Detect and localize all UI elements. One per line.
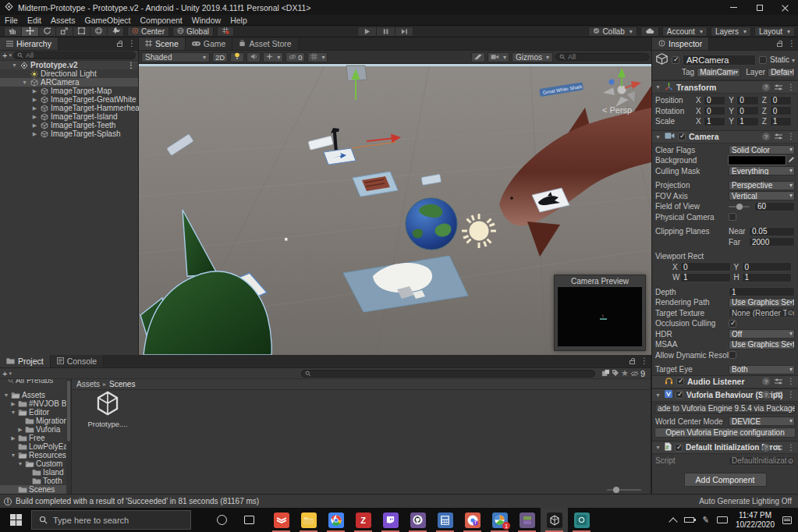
- folder-item-assets[interactable]: ▼Assets: [0, 391, 71, 399]
- menu-file[interactable]: File: [0, 16, 23, 25]
- panel-menu-icon[interactable]: ⋮: [640, 357, 648, 365]
- scale-y-field[interactable]: 1: [736, 117, 758, 126]
- scene-camera-dropdown[interactable]: [488, 52, 509, 62]
- taskbar-app-twitch[interactable]: [377, 508, 404, 532]
- hierarchy-search[interactable]: [13, 51, 136, 59]
- close-button[interactable]: [772, 0, 798, 15]
- tab-asset-store[interactable]: Asset Store: [232, 37, 298, 50]
- rotate-tool-button[interactable]: [38, 27, 55, 37]
- help-icon[interactable]: ?: [762, 83, 770, 91]
- move-tool-button[interactable]: [21, 27, 38, 37]
- expand-arrow-icon[interactable]: ▶: [31, 122, 38, 129]
- account-dropdown[interactable]: Account: [662, 27, 708, 37]
- favorites-star-icon[interactable]: ★: [621, 368, 629, 378]
- folder-item-migration[interactable]: Migration: [0, 417, 71, 425]
- static-dropdown[interactable]: Static: [770, 55, 795, 64]
- taskbar-clock[interactable]: 11:47 PM 10/22/2020: [736, 511, 775, 530]
- create-add-button[interactable]: +: [2, 51, 7, 59]
- panel-menu-icon[interactable]: ⋮: [788, 40, 796, 48]
- camera-component-header[interactable]: ▼ Camera ? ⋮: [652, 130, 798, 144]
- menu-gameobject[interactable]: GameObject: [80, 16, 136, 25]
- custom-tool-button[interactable]: [107, 27, 124, 37]
- near-field[interactable]: 0.05: [749, 227, 795, 236]
- space-mode-button[interactable]: Global: [172, 27, 214, 37]
- component-enabled-checkbox[interactable]: [676, 378, 684, 385]
- target-texture-object-field[interactable]: None (Render Textu: [729, 308, 795, 317]
- depth-field[interactable]: 1: [729, 287, 795, 296]
- taskbar-app-todoist[interactable]: [268, 508, 295, 532]
- expand-arrow-icon[interactable]: ▶: [31, 97, 38, 103]
- rotation-z-field[interactable]: 0: [770, 106, 792, 115]
- grid-snap-button[interactable]: [217, 27, 234, 37]
- scene-asset-item[interactable]: Prototype....: [83, 390, 133, 428]
- hidden-objects-button[interactable]: 0: [286, 52, 305, 62]
- folder-item-free[interactable]: ▶Free: [0, 434, 71, 442]
- add-component-button[interactable]: Add Component: [684, 473, 767, 487]
- active-checkbox[interactable]: [672, 56, 679, 64]
- expand-arrow-icon[interactable]: ▼: [3, 392, 9, 398]
- component-enabled-checkbox[interactable]: [676, 391, 683, 399]
- expand-arrow-icon[interactable]: ▶: [10, 435, 16, 442]
- expand-arrow-icon[interactable]: ▼: [11, 62, 18, 68]
- rotation-y-field[interactable]: 0: [736, 106, 758, 115]
- scene-grid-dropdown[interactable]: [307, 52, 328, 62]
- scene-menu-icon[interactable]: ⋮: [127, 62, 135, 69]
- hierarchy-search-input[interactable]: [26, 51, 132, 59]
- project-search[interactable]: [301, 370, 595, 378]
- tab-scene[interactable]: Scene: [139, 37, 186, 50]
- default-init-error-header[interactable]: ▼ # Default Initialization Error ? ⋮: [652, 441, 798, 454]
- preset-icon[interactable]: [775, 83, 782, 92]
- help-icon[interactable]: ?: [762, 378, 770, 385]
- start-button[interactable]: [0, 508, 31, 532]
- rendering-path-dropdown[interactable]: Use Graphics Settin: [729, 298, 795, 307]
- preset-icon[interactable]: [775, 390, 782, 399]
- create-dropdown-caret[interactable]: ▾: [9, 52, 12, 59]
- layers-dropdown[interactable]: Layers: [711, 27, 751, 37]
- taskbar-search[interactable]: Type here to search: [31, 510, 191, 530]
- clear-flags-dropdown[interactable]: Solid Color: [729, 145, 795, 154]
- help-icon[interactable]: ?: [762, 444, 770, 452]
- lighting-toggle[interactable]: [230, 52, 244, 62]
- culling-mask-dropdown[interactable]: Everything: [729, 166, 795, 176]
- layer-dropdown[interactable]: Default: [768, 68, 795, 77]
- battery-icon[interactable]: [684, 517, 694, 523]
- panel-menu-icon[interactable]: ⋮: [128, 40, 136, 48]
- hierarchy-item-imagetarget-map[interactable]: ▶ImageTarget-Map: [0, 87, 138, 95]
- step-button[interactable]: [395, 27, 413, 37]
- allow-dynamic-resol-checkbox[interactable]: [729, 351, 736, 359]
- folder-item--nvjob-boi[interactable]: ▶#NVJOB Boi: [0, 399, 71, 408]
- msaa-dropdown[interactable]: Use Graphics Settin: [729, 340, 795, 349]
- scene-search-input[interactable]: [568, 53, 645, 61]
- hdr-dropdown[interactable]: Off: [729, 329, 795, 339]
- cortana-button[interactable]: [208, 508, 236, 532]
- scale-x-field[interactable]: 1: [704, 117, 725, 126]
- folder-item-island[interactable]: Island: [0, 468, 71, 477]
- play-button[interactable]: [357, 27, 376, 37]
- menu-assets[interactable]: Assets: [46, 16, 80, 25]
- create-dropdown-caret[interactable]: ▾: [9, 371, 12, 377]
- expand-arrow-icon[interactable]: ▼: [17, 461, 23, 466]
- tab-inspector[interactable]: Inspector: [652, 37, 709, 50]
- maximize-button[interactable]: [747, 0, 772, 15]
- position-z-field[interactable]: 0: [770, 96, 792, 105]
- lock-icon[interactable]: [117, 43, 122, 47]
- layout-dropdown[interactable]: Layout: [754, 27, 795, 37]
- hierarchy-item-prototype.v2[interactable]: ▼Prototype.v2⋮: [0, 61, 138, 69]
- search-by-label-icon[interactable]: [612, 369, 619, 378]
- folder-item-lowpolyeartl[interactable]: LowPolyEartl: [0, 442, 71, 451]
- scale-z-field[interactable]: 1: [770, 117, 792, 126]
- tab-console[interactable]: Console: [51, 355, 105, 367]
- action-center-icon[interactable]: [782, 516, 792, 524]
- scene-tools-button[interactable]: [471, 52, 485, 62]
- component-menu-icon[interactable]: ⋮: [787, 391, 795, 399]
- rect-tool-button[interactable]: [73, 27, 90, 37]
- component-menu-icon[interactable]: ⋮: [787, 133, 795, 140]
- menu-window[interactable]: Window: [187, 16, 225, 25]
- scene-handle-dot[interactable]: [285, 238, 288, 241]
- viewport-h-field[interactable]: 1: [742, 273, 793, 282]
- component-menu-icon[interactable]: ⋮: [787, 378, 795, 385]
- background-color-swatch[interactable]: [729, 156, 786, 165]
- help-icon[interactable]: ?: [762, 133, 770, 140]
- tab-project[interactable]: Project: [0, 355, 51, 367]
- field-of-view-value-field[interactable]: 60: [754, 202, 795, 211]
